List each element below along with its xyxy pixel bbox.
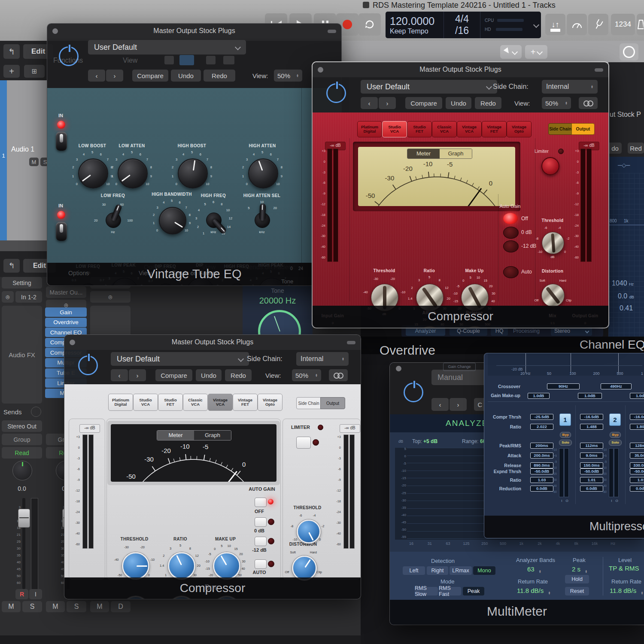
band-badge-2[interactable]: 2 xyxy=(609,413,621,426)
analyzer-button[interactable]: Analyzer xyxy=(406,326,445,336)
next-preset-button[interactable]: › xyxy=(106,70,123,82)
stereo-icon-3[interactable]: ◎ xyxy=(90,291,131,303)
bypass-button[interactable]: Byp xyxy=(560,432,571,438)
model-studio-fet[interactable]: Studio FET xyxy=(407,121,432,137)
stereo-input-icon[interactable]: ◎ xyxy=(2,291,14,303)
ratio-knob[interactable] xyxy=(168,552,195,580)
auto-gain-off-button[interactable] xyxy=(503,213,518,224)
auto-gain-0db-button[interactable] xyxy=(503,227,519,239)
minimize-button[interactable] xyxy=(595,68,603,72)
prev-preset-button[interactable]: ‹ xyxy=(431,398,449,411)
model-platinum-digital[interactable]: Platinum Digital xyxy=(357,121,382,137)
tone-value[interactable]: 20000 Hz xyxy=(243,296,313,306)
count-in-button[interactable]: 1234 xyxy=(611,14,635,35)
solo-button[interactable]: Solo xyxy=(559,440,572,446)
back-arrow-button[interactable]: ↰ xyxy=(3,44,20,59)
high-bandwidth-knob[interactable] xyxy=(159,207,186,234)
compressor-red-titlebar[interactable]: Master Output Stock Plugs xyxy=(313,62,608,77)
track-number-strip[interactable]: 1 xyxy=(0,80,7,240)
mode-rms-slow[interactable]: RMS Slow xyxy=(415,587,438,595)
setting-button-2[interactable]: Master Ou... xyxy=(46,286,86,298)
model-vintage-vca[interactable]: Vintage VCA xyxy=(457,121,482,137)
minimize-button[interactable] xyxy=(347,341,355,344)
distortion-knob[interactable] xyxy=(292,556,317,580)
band3-value[interactable]: 0.0dB xyxy=(630,486,644,492)
time-signature-upper[interactable]: 4/4 xyxy=(455,13,469,25)
minimize-button[interactable] xyxy=(328,30,336,33)
secondary-tool-button[interactable]: + xyxy=(525,45,547,59)
redo-button[interactable]: Redo xyxy=(475,97,501,109)
model-studio-fet[interactable]: Studio FET xyxy=(158,394,183,411)
model-vintage-opto[interactable]: Vintage Opto xyxy=(258,394,283,411)
side-chain-select[interactable]: Internal▲▼ xyxy=(542,80,598,94)
pan-knob[interactable] xyxy=(12,461,32,480)
band2-value[interactable]: 1.488 xyxy=(580,424,603,430)
solo-button-2[interactable]: S xyxy=(67,601,86,612)
hq-button[interactable]: HQ xyxy=(491,326,508,336)
hold-button[interactable]: Hold xyxy=(565,575,589,583)
volume-value[interactable]: 0.0 xyxy=(2,485,42,492)
limiter-threshold-knob[interactable] xyxy=(542,232,564,254)
mode-peak[interactable]: Peak xyxy=(463,587,484,595)
tab-graph[interactable]: Graph xyxy=(194,431,231,440)
tab-meter[interactable]: Meter xyxy=(407,149,440,158)
eq-grid[interactable]: 800 1k 1040 Hz 0.0 dB 0.41 xyxy=(608,173,644,337)
band3-value[interactable]: 330.0ms xyxy=(630,462,644,468)
output-toggle[interactable]: Output xyxy=(320,397,345,409)
high-freq-knob[interactable] xyxy=(206,213,222,228)
output-toggle[interactable]: Output xyxy=(571,123,595,135)
mode-rms-fast[interactable]: RMS Fast xyxy=(439,587,461,595)
make-up-knob[interactable] xyxy=(213,552,240,580)
compare-button[interactable]: Compare xyxy=(155,369,192,381)
makeup-value-2[interactable]: 1.0dB xyxy=(578,393,602,399)
band3-value[interactable]: 1.800 xyxy=(630,424,644,430)
mute-button[interactable]: M xyxy=(2,601,21,612)
model-classic-vca[interactable]: Classic VCA xyxy=(183,394,208,411)
limiter-button[interactable] xyxy=(296,437,311,449)
power-button[interactable] xyxy=(404,383,423,402)
duplicate-track-button[interactable]: ⊞ xyxy=(24,65,45,78)
tab-meter[interactable]: Meter xyxy=(157,431,194,440)
preset-select[interactable]: User Default xyxy=(111,352,249,366)
model-vintage-vca[interactable]: Vintage VCA xyxy=(208,394,233,411)
reset-button[interactable]: Reset xyxy=(565,587,589,595)
band3-value[interactable]: 128ms xyxy=(630,443,644,449)
band1-value[interactable]: 200ms xyxy=(530,443,553,449)
eq-band-icon[interactable]: ─◇─ xyxy=(618,162,630,168)
model-vintage-fet[interactable]: Vintage FET xyxy=(233,394,258,411)
io-buffer-button[interactable]: ↓↑ xyxy=(545,14,565,35)
undo-button-fragment[interactable]: do xyxy=(608,143,622,154)
q-couple-button[interactable]: Q-Couple xyxy=(450,326,487,336)
level-value[interactable]: TP & RMS ▲▼ xyxy=(609,565,644,572)
fader-handle[interactable] xyxy=(18,509,30,528)
compare-button[interactable]: Compare xyxy=(405,97,442,109)
time-signature-lower[interactable]: /16 xyxy=(455,25,469,36)
tempo-value[interactable]: 120.0000 xyxy=(390,15,439,27)
redo-button-fragment[interactable]: Red xyxy=(628,143,644,154)
high-boost-knob[interactable] xyxy=(178,158,208,188)
band1-value[interactable]: 2.022 xyxy=(530,424,553,430)
side-chain-toggle[interactable]: Side Chain xyxy=(548,123,572,135)
undo-button[interactable]: Undo xyxy=(171,70,201,82)
makeup-value-3[interactable]: 1.0dB xyxy=(630,393,644,399)
undo-button[interactable]: Undo xyxy=(196,369,222,381)
solo-button[interactable]: Solo xyxy=(609,440,622,446)
view-zoom-select[interactable]: 50%▲▼ xyxy=(274,70,302,82)
detection-left[interactable]: Left xyxy=(403,566,425,575)
crossover-value-1[interactable]: 90Hz xyxy=(547,383,580,389)
in-toggle-1[interactable] xyxy=(56,132,67,151)
link-button[interactable] xyxy=(329,369,348,381)
input-monitor-button[interactable]: I xyxy=(29,589,42,599)
auto-gain-off-button[interactable] xyxy=(255,498,267,507)
high-atten-sel-knob[interactable] xyxy=(255,213,270,228)
track-mute-button[interactable]: M xyxy=(29,158,39,166)
detection-right[interactable]: Right xyxy=(427,566,448,575)
band-badge-1[interactable]: 1 xyxy=(559,413,571,426)
band3-value[interactable]: -16.0dB xyxy=(630,414,644,420)
model-studio-vca[interactable]: Studio VCA xyxy=(133,394,158,411)
power-button[interactable] xyxy=(326,83,346,103)
model-vintage-opto[interactable]: Vintage Opto xyxy=(507,121,532,137)
limiter-threshold-knob[interactable] xyxy=(297,519,321,544)
band3-value[interactable]: 1.01 xyxy=(630,477,644,483)
power-button[interactable] xyxy=(78,355,98,375)
